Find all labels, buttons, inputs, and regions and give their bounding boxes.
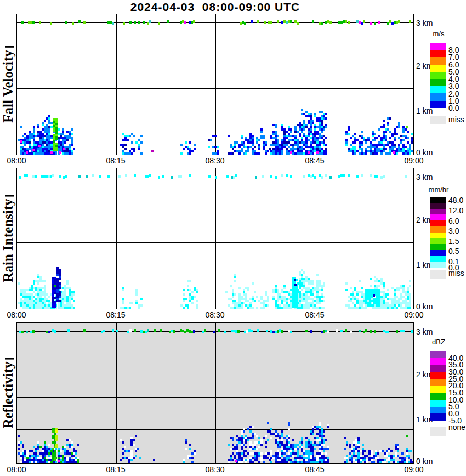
legend-color-block [430,65,446,72]
legend-color-block [430,203,446,209]
legend-color-block [430,72,446,79]
x-axis-tick-label: 08:45 [298,465,331,474]
legend-color-block [430,244,446,250]
legend-color-block [430,79,446,86]
legend-color-block [430,43,446,50]
legend-color-block [430,250,446,256]
reflectivity-ylabel-text: Reflectivity [1,361,15,428]
legend-value-label: 3.0 [448,227,466,235]
legend-unit-label: mm/hr [422,186,455,194]
legend-miss-block [430,427,446,436]
legend-value-label: 3.0 [448,82,466,90]
legend-color-block [430,226,446,233]
height-tick-label: 1 km [416,107,439,115]
height-tick-label: 3 km [416,328,439,336]
legend-color-block [430,209,446,214]
x-axis-tick-label: 08:30 [198,156,231,165]
legend-color-block [430,351,446,358]
legend-color-block [430,93,446,101]
legend-miss-label: miss [448,269,466,277]
x-axis-tick-label: 08:15 [99,156,132,165]
legend-value-label: 7.0 [448,53,466,61]
legend-color-block [430,365,446,372]
legend-value-label: 0.5 [448,247,466,255]
legend-color-block [430,407,446,413]
x-axis-tick-label: 08:00 [0,465,33,474]
legend-color-block [430,50,446,57]
rain-intensity-ylabel-wrap: Rain Intensity [0,168,16,309]
legend-color-block [430,358,446,365]
legend-color-block [430,372,446,379]
legend-color-block [430,214,446,220]
legend-color-block [430,238,446,244]
x-axis-tick-label: 08:30 [198,310,231,319]
legend-color-block [430,386,446,393]
fall-velocity-ylabel: Fall Velocity [1,46,16,123]
rain-intensity-ylabel: Rain Intensity [1,195,16,282]
x-axis-tick-label: 08:15 [99,465,132,474]
legend-value-label: 48.0 [448,196,466,204]
legend-unit-label: m/s [422,30,455,38]
height-tick-label: 3 km [416,19,439,27]
fall-velocity-ylabel-text: Fall Velocity [1,50,15,123]
legend-color-block [430,256,446,262]
legend-color-block [430,86,446,93]
legend-miss-label: none [448,423,466,431]
fall-velocity-plot [17,14,413,155]
rain-intensity-panel [16,168,414,309]
height-tick-label: 0 km [416,303,439,310]
rain-intensity-plot [17,168,413,309]
legend-miss-label: miss [448,116,466,123]
legend-color-block [430,233,446,238]
legend-unit-label: dBZ [422,338,455,346]
page-title: 2024-04-03 08:00-09:00 UTC [16,1,414,14]
height-tick-label: 0 km [416,457,439,465]
reflectivity-ylabel: Reflectivity [1,358,16,428]
mrr-quicklook-page: 2024-04-03 08:00-09:00 UTC Fall Velocity… [0,0,466,476]
reflectivity-ylabel-wrap: Reflectivity [0,322,16,464]
x-axis-tick-label: 08:45 [298,310,331,319]
x-axis-tick-label: 08:45 [298,156,331,165]
x-axis-tick-label: 08:00 [0,310,33,319]
height-tick-label: 0 km [416,149,439,156]
rain-intensity-ylabel-text: Rain Intensity [1,199,15,282]
x-axis-tick-label: 08:15 [99,310,132,319]
legend-color-block [430,197,446,203]
legend-color-block [430,220,446,226]
reflectivity-panel [16,322,414,464]
legend-color-block [430,262,446,268]
x-axis-tick-label: 09:00 [397,310,430,319]
legend-value-label: 6.0 [448,217,466,225]
legend-value-label: 0.0 [448,104,466,112]
x-axis-tick-label: 09:00 [397,465,430,474]
legend-color-block [430,393,446,400]
legend-value-label: 1.5 [448,237,466,245]
legend-color-block [430,379,446,386]
legend-color-block [430,101,446,108]
ylabel-tick [5,46,14,48]
ylabel-tick [5,195,14,196]
height-tick-label: 3 km [416,173,439,181]
x-axis-tick-label: 08:30 [198,465,231,474]
x-axis-tick-label: 09:00 [397,156,430,165]
ylabel-tick [5,358,14,359]
fall-velocity-ylabel-wrap: Fall Velocity [0,14,16,155]
legend-miss-block [430,270,446,279]
fall-velocity-panel [16,14,414,155]
legend-miss-block [430,116,446,124]
x-axis-tick-label: 08:00 [0,156,33,165]
legend-color-block [430,57,446,65]
reflectivity-plot [17,323,413,463]
legend-color-block [430,413,446,421]
legend-color-block [430,400,446,407]
legend-value-label: 12.0 [448,207,466,214]
